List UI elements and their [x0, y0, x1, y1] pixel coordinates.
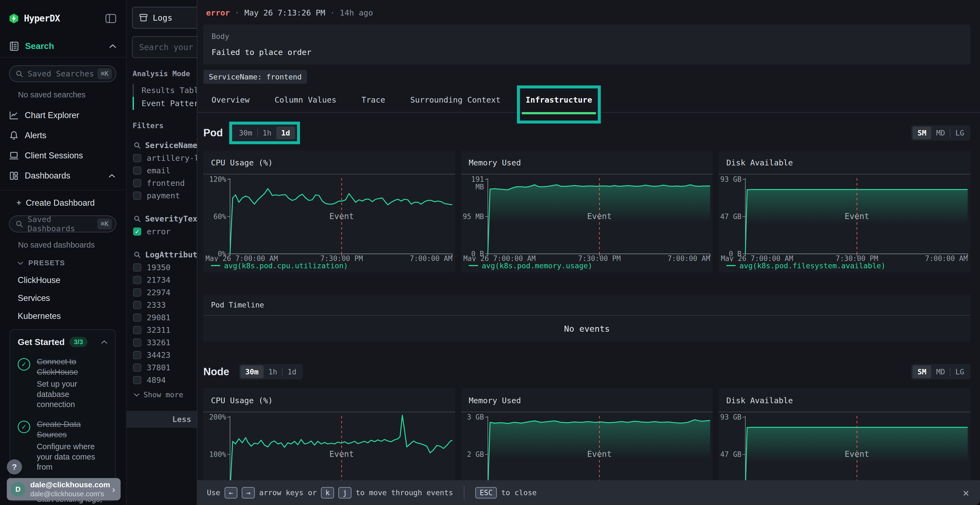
- pod-charts-row: CPU Usage (%) 120%60%0%May 26 7:00:00 AM…: [204, 151, 970, 272]
- bell-icon: [10, 131, 18, 140]
- checkbox[interactable]: [133, 264, 141, 272]
- sidebar-item-clickhouse[interactable]: ClickHouse: [0, 267, 126, 285]
- step-desc: Set up your database connection: [37, 379, 108, 410]
- saved-searches-input[interactable]: Saved Searches ⌘K: [9, 65, 116, 82]
- saved-dashboards-input[interactable]: Saved Dashboards ⌘K: [9, 216, 116, 232]
- checkbox[interactable]: [133, 154, 141, 162]
- filter-value: payment: [147, 191, 180, 200]
- size-sm[interactable]: SM: [913, 127, 931, 139]
- pod-memory-line-chart: 191MB95 MB0 BMay 26 7:00:00 AM7:30:00 PM…: [461, 175, 713, 262]
- check-circle-icon: ✓: [18, 421, 30, 433]
- sidebar-item-label: Search: [25, 41, 109, 51]
- svg-text:7:00:00 AM: 7:00:00 AM: [410, 254, 452, 262]
- size-lg[interactable]: LG: [950, 127, 969, 139]
- svg-text:Event: Event: [845, 211, 869, 221]
- sidebar-item-chart-explorer[interactable]: Chart Explorer: [0, 106, 126, 124]
- help-button[interactable]: ?: [7, 459, 22, 475]
- range-1d[interactable]: 1d: [283, 365, 301, 378]
- hint-text: to close: [501, 488, 536, 497]
- legend-swatch: [469, 265, 478, 266]
- sidebar-item-client-sessions[interactable]: Client Sessions: [0, 147, 126, 165]
- range-30m[interactable]: 30m: [240, 365, 264, 378]
- saved-dashboards-placeholder: Saved Dashboards: [27, 215, 97, 233]
- sidebar-item-search[interactable]: Search: [0, 24, 126, 58]
- service-tag-chip[interactable]: ServiceName: frontend: [204, 70, 307, 84]
- chart-title: Memory Used: [461, 388, 713, 412]
- size-sm[interactable]: SM: [913, 365, 931, 378]
- checkbox[interactable]: [133, 276, 141, 284]
- node-title: Node: [204, 366, 229, 378]
- sidebar-item-kubernetes[interactable]: Kubernetes: [0, 303, 126, 321]
- svg-text:47 GB: 47 GB: [720, 213, 741, 221]
- tab-column-values[interactable]: Column Values: [275, 95, 336, 105]
- tab-surrounding-context[interactable]: Surrounding Context: [410, 95, 501, 105]
- plus-icon: +: [16, 198, 22, 208]
- svg-text:Event: Event: [587, 211, 611, 221]
- chart-title: CPU Usage (%): [204, 151, 455, 175]
- svg-text:May 26 7:00:00 AM: May 26 7:00:00 AM: [463, 254, 536, 262]
- event-body-card: Body Failed to place order: [204, 24, 970, 65]
- range-1h[interactable]: 1h: [258, 127, 277, 139]
- checkbox[interactable]: [133, 338, 141, 347]
- tab-overview[interactable]: Overview: [212, 95, 250, 105]
- checkbox[interactable]: [133, 351, 141, 359]
- range-1h[interactable]: 1h: [264, 365, 282, 378]
- filter-value: 34423: [147, 351, 170, 360]
- tab-infrastructure[interactable]: Infrastructure: [526, 95, 592, 105]
- chart-icon: [9, 111, 19, 120]
- keyboard-hints-bar: Use ← → arrow keys or k j to move throug…: [197, 480, 980, 505]
- checkbox[interactable]: [133, 179, 141, 187]
- checkbox[interactable]: [133, 301, 141, 309]
- size-md[interactable]: MD: [931, 127, 950, 139]
- chevron-down-icon: [134, 393, 140, 397]
- create-dashboard-button[interactable]: + Create Dashboard: [0, 190, 126, 208]
- user-account-button[interactable]: D dale@clickhouse.com dale@clickhouse.co…: [7, 478, 121, 500]
- get-started-step[interactable]: ✓ Create Data Sources Configure where yo…: [18, 419, 108, 472]
- dot-separator: ·: [235, 8, 239, 17]
- tab-trace[interactable]: Trace: [361, 95, 385, 105]
- annotation-box-infrastructure: [517, 86, 601, 124]
- checkbox[interactable]: [133, 326, 141, 334]
- filter-value: 4894: [147, 375, 166, 385]
- checkbox[interactable]: [133, 376, 141, 384]
- esc-key: ESC: [475, 487, 497, 499]
- sidebar-item-services[interactable]: Services: [0, 285, 126, 303]
- node-size-control: SM MD LG: [911, 364, 970, 380]
- checkbox[interactable]: [133, 288, 141, 297]
- checkbox[interactable]: [133, 167, 141, 175]
- node-time-range-control: 30m 1h 1d: [239, 364, 303, 380]
- size-lg[interactable]: LG: [950, 365, 969, 378]
- size-md[interactable]: MD: [931, 365, 950, 378]
- svg-text:200%: 200%: [209, 413, 226, 421]
- sidebar-item-label: Client Sessions: [25, 151, 126, 160]
- svg-text:95 MB: 95 MB: [463, 213, 484, 221]
- sidebar-item-alerts[interactable]: Alerts: [0, 127, 126, 145]
- node-section-header: Node 30m 1h 1d SM MD LG: [204, 364, 970, 380]
- search-icon: [134, 142, 141, 149]
- dot-separator: ·: [330, 8, 335, 17]
- range-1d[interactable]: 1d: [276, 127, 295, 139]
- sidebar-item-dashboards[interactable]: Dashboards: [0, 167, 126, 185]
- close-icon[interactable]: ✕: [963, 487, 969, 499]
- get-started-step[interactable]: ✓ Connect to ClickHouse Set up your data…: [18, 356, 108, 410]
- presets-toggle[interactable]: PRESETS: [0, 249, 126, 267]
- filter-value: 32311: [147, 326, 170, 335]
- range-30m[interactable]: 30m: [234, 127, 257, 139]
- filter-group-name: SeverityText: [145, 214, 202, 223]
- severity-badge: error: [206, 8, 230, 17]
- chart-card-pod-disk: Disk Available 93 GB47 GB0 BMay 26 7:00:…: [719, 151, 970, 272]
- logs-source-icon: [139, 13, 148, 22]
- checkbox[interactable]: [133, 192, 141, 200]
- chevron-up-icon[interactable]: [101, 340, 108, 344]
- search-icon: [134, 215, 141, 222]
- create-dashboard-label: Create Dashboard: [26, 198, 95, 208]
- checkbox[interactable]: [133, 313, 141, 322]
- collapse-sidebar-icon[interactable]: [105, 14, 116, 23]
- checkbox[interactable]: [133, 364, 141, 372]
- legend-label: avg(k8s.pod.cpu.utilization): [224, 262, 348, 270]
- arrow-left-key: ←: [224, 487, 238, 499]
- checkbox-checked[interactable]: ✓: [133, 227, 141, 236]
- filter-value: frontend: [147, 178, 185, 188]
- filter-value: 19350: [147, 263, 170, 272]
- filter-value: error: [147, 227, 170, 236]
